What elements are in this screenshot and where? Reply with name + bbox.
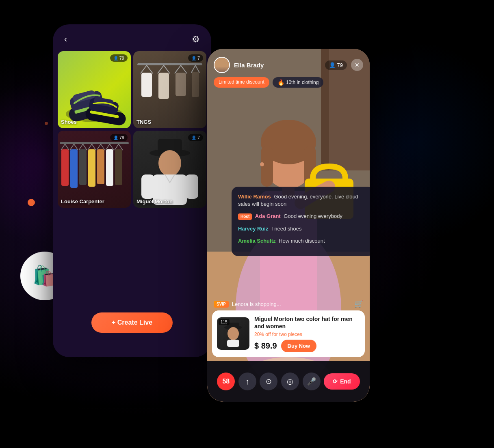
chat-message-0: Willie Ramos Good evening, everyone. Liv… (238, 193, 367, 208)
svg-point-46 (158, 150, 181, 176)
louise-visual (58, 131, 131, 208)
viewer-badge-shoes: 👤 79 (110, 54, 128, 62)
camera-switch-button[interactable]: ⊙ (260, 373, 277, 390)
svg-line-32 (88, 144, 92, 150)
right-phone: Ella Brady 👤 79 ✕ Limited time discount … (207, 49, 370, 402)
svg-line-16 (175, 65, 181, 73)
svg-rect-28 (70, 149, 78, 188)
svg-rect-25 (61, 149, 69, 186)
small-dot-decoration (45, 122, 48, 125)
flame-icon: 🔥 (277, 79, 284, 86)
svg-point-69 (228, 327, 239, 340)
mic-icon: 🎤 (307, 377, 316, 386)
discount-tag: Limited time discount (214, 77, 269, 88)
svg-rect-31 (79, 149, 87, 185)
viewer-count-miguel: 7 (197, 135, 200, 140)
toolbar-count-group: 58 (217, 373, 235, 390)
viewer-count-louise: 79 (119, 135, 124, 140)
chat-user-harvey: Harvey Ruiz (238, 226, 268, 232)
chat-text-ada: Good evening everybody (284, 213, 342, 219)
mic-button[interactable]: 🎤 (303, 373, 321, 390)
viewer-badge-louise: 👤 79 (110, 134, 128, 141)
viewer-badge-tngs: 👤 7 (188, 54, 203, 62)
svg-line-11 (147, 65, 153, 73)
stream-card-miguel[interactable]: 👤 7 Miguel Morton (133, 131, 206, 208)
stream-card-tngs[interactable]: 👤 7 TNGS (133, 51, 206, 128)
svg-rect-48 (141, 174, 154, 199)
share-button[interactable]: ↑ (238, 373, 256, 390)
svg-line-23 (61, 144, 65, 150)
svg-line-41 (115, 144, 119, 150)
product-number: 115 (219, 319, 230, 325)
stream-name-miguel: Miguel Morton (136, 198, 173, 205)
settings-icon: ◎ (287, 377, 293, 386)
svg-rect-40 (106, 149, 113, 186)
chat-user-ada: Ada Grant (255, 213, 281, 219)
svg-point-62 (260, 162, 264, 166)
left-phone-header: ‹ ⚙ (53, 24, 211, 51)
host-avatar-inner (214, 58, 229, 72)
stream-grid: 👤 79 Shoes (53, 51, 211, 208)
stream-card-louise[interactable]: 👤 79 Louise Carpenter (58, 131, 131, 208)
shoes-visual (58, 51, 131, 128)
svg-rect-34 (88, 149, 95, 187)
svg-rect-15 (158, 73, 169, 99)
live-tags: Limited time discount 🔥 10th in clothing (214, 77, 323, 88)
svip-text: Lenora is shopping... (232, 301, 281, 307)
back-button[interactable]: ‹ (64, 34, 67, 45)
svg-line-38 (106, 144, 110, 150)
rank-text: 10th in clothing (286, 80, 319, 85)
viewer-icon-3: 👤 (113, 136, 118, 140)
stream-name-louise: Louise Carpenter (61, 198, 104, 205)
stream-card-shoes[interactable]: 👤 79 Shoes (58, 51, 131, 128)
settings-button[interactable]: ◎ (281, 373, 299, 390)
product-image: 115 (217, 317, 249, 350)
svg-line-29 (79, 144, 83, 150)
svg-line-17 (181, 65, 187, 73)
host-avatar (214, 57, 230, 73)
live-header: Ella Brady 👤 79 ✕ (207, 49, 370, 77)
settings-icon[interactable]: ⚙ (192, 34, 200, 45)
create-live-button[interactable]: + Create Live (91, 312, 173, 333)
viewer-badge-miguel: 👤 7 (188, 134, 203, 141)
miguel-visual (133, 131, 206, 208)
viewer-count-shoes: 79 (119, 56, 124, 60)
cart-icon: 🛒 (354, 299, 363, 308)
product-price-row: $ 89.9 Buy Now (254, 340, 360, 352)
viewer-count-tngs: 7 (197, 56, 200, 60)
tngs-visual (133, 51, 206, 128)
chat-message-2: Harvey Ruiz I need shoes (238, 225, 367, 233)
chat-overlay: Willie Ramos Good evening, everyone. Liv… (232, 187, 370, 256)
svg-line-27 (74, 144, 78, 150)
svg-line-26 (70, 144, 74, 150)
svg-rect-49 (185, 174, 198, 199)
share-icon: ↑ (245, 377, 249, 386)
live-viewer-number: 79 (337, 62, 343, 68)
end-button[interactable]: ⟳ End (324, 373, 360, 390)
svg-rect-22 (60, 142, 129, 144)
svg-rect-18 (176, 73, 186, 96)
chat-message-3: Amelia Schultz How much discount (238, 237, 367, 245)
close-live-button[interactable]: ✕ (351, 59, 363, 71)
product-title: Miguel Morton two color hat for men and … (254, 315, 360, 330)
buy-now-button[interactable]: Buy Now (281, 340, 317, 352)
chat-user-willie: Willie Ramos (238, 194, 271, 200)
stream-name-shoes: Shoes (61, 119, 77, 125)
count-button[interactable]: 58 (217, 373, 235, 390)
product-card: 115 Miguel Morton two color hat for men … (212, 310, 365, 357)
svip-badge: SVIP (214, 301, 229, 308)
viewer-icon-2: 👤 (191, 56, 196, 60)
host-name: Ella Brady (234, 62, 321, 69)
stream-name-tngs: TNGS (136, 119, 151, 125)
svg-rect-9 (137, 63, 202, 65)
svg-line-36 (101, 144, 105, 150)
end-icon: ⟳ (333, 378, 338, 385)
svg-line-20 (195, 65, 199, 73)
svg-line-42 (119, 144, 123, 150)
left-phone: ‹ ⚙ (53, 24, 211, 357)
svg-line-13 (158, 65, 164, 73)
svg-line-24 (65, 144, 69, 150)
product-price: $ 89.9 (254, 341, 277, 351)
svg-line-10 (141, 65, 147, 73)
orange-dot-decoration (28, 199, 35, 206)
